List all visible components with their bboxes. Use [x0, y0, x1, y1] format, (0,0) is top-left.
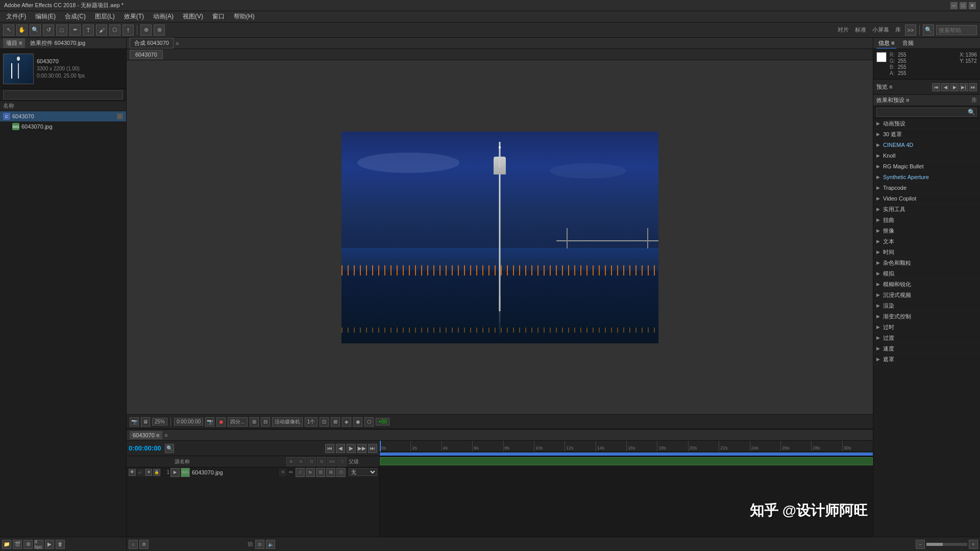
effect-group-header-21[interactable]: ▶速度	[873, 343, 980, 354]
loop-btn[interactable]: ⊙	[255, 540, 264, 549]
3d-button[interactable]: ⬡	[364, 417, 374, 427]
menu-item-v[interactable]: 视图(V)	[179, 11, 207, 22]
next-frame-button[interactable]: ▶▶	[357, 444, 366, 453]
play-button[interactable]: ▶	[347, 444, 356, 453]
view-count[interactable]: 1个	[305, 417, 318, 427]
tool-arrow[interactable]: ↖	[3, 24, 14, 36]
effect-group-header-0[interactable]: ▶动画预设	[873, 118, 980, 129]
effect-group-header-8[interactable]: ▶实用工具	[873, 204, 980, 214]
menu-item-t[interactable]: 效果(T)	[120, 11, 148, 22]
graph-button[interactable]: ◉	[353, 417, 362, 427]
adj-switch[interactable]: ⬡	[336, 468, 346, 477]
comp-snap-button[interactable]: 📷	[130, 417, 139, 427]
file-item-composition[interactable]: C 6043070 ◦	[0, 111, 126, 121]
tool-rotate[interactable]: ↺	[43, 24, 54, 36]
project-search-input[interactable]	[3, 90, 123, 99]
new-comp-button[interactable]: 🎬	[13, 540, 22, 549]
tool-brush[interactable]: 🖌	[96, 24, 107, 36]
color-picker-icon[interactable]: ◉	[216, 417, 226, 427]
effect-group-header-9[interactable]: ▶扭曲	[873, 215, 980, 225]
mute-btn[interactable]: 🔈	[266, 540, 275, 549]
zoom-in-btn[interactable]: +	[969, 540, 978, 549]
work-area-indicator[interactable]	[380, 453, 873, 456]
audio-toggle[interactable]: 🔊	[137, 469, 144, 476]
preview-next-btn[interactable]: ▶|	[960, 83, 968, 91]
minimize-button[interactable]: ─	[950, 2, 958, 9]
fx-switch[interactable]: fx	[306, 468, 315, 477]
motion-blur-button[interactable]: ◈	[342, 417, 351, 427]
color-depth[interactable]: 8 bpc	[34, 540, 43, 549]
grid-button[interactable]: ⊞	[250, 417, 259, 427]
preview-first-btn[interactable]: ⏮	[932, 83, 940, 91]
quality-dropdown[interactable]: 四分...	[228, 417, 247, 427]
go-start-button[interactable]: ⏮	[325, 444, 334, 453]
solo-toggle[interactable]: ☀	[145, 469, 152, 476]
file-item-image[interactable]: IMG 6043070.jpg	[0, 121, 126, 132]
effect-group-header-19[interactable]: ▶过时	[873, 322, 980, 332]
shy-btn[interactable]: ✱	[279, 469, 286, 476]
prev-frame-button[interactable]: ◀	[336, 444, 345, 453]
menu-item-f[interactable]: 文件(F)	[2, 11, 30, 22]
tool-zoom[interactable]: 🔍	[30, 24, 41, 36]
settings-btn[interactable]: ⚙	[139, 540, 149, 549]
comp-mini-tab[interactable]: 6043070	[130, 50, 163, 59]
effect-group-header-14[interactable]: ▶模拟	[873, 268, 980, 279]
menu-item-a[interactable]: 动画(A)	[149, 11, 178, 22]
3d-switch[interactable]: ⊟	[326, 468, 335, 477]
effect-group-header-10[interactable]: ▶抠像	[873, 226, 980, 236]
tool-pen[interactable]: ✒	[69, 24, 81, 36]
menu-item-[interactable]: 窗口	[208, 11, 229, 22]
preview-play-btn[interactable]: ▶	[950, 83, 959, 91]
draft-button[interactable]: ⊠	[331, 417, 340, 427]
track-bar-1[interactable]	[380, 457, 873, 465]
maximize-button[interactable]: □	[960, 2, 967, 9]
edit-btn[interactable]: ✏	[287, 469, 295, 476]
delete-button[interactable]: 🗑	[56, 540, 65, 549]
settings-button[interactable]: ⚙	[23, 540, 33, 549]
audio-tab[interactable]: 音频	[900, 38, 916, 48]
menu-item-c[interactable]: 合成(C)	[61, 11, 90, 22]
home-btn[interactable]: ⌂	[129, 540, 138, 549]
mb-switch[interactable]: ⊡	[316, 468, 325, 477]
tool-rect[interactable]: □	[56, 24, 67, 36]
effects-control-tab[interactable]: 效果控件 6043070.jpg	[27, 38, 88, 48]
menu-item-e[interactable]: 编辑(E)	[31, 11, 60, 22]
effect-group-header-11[interactable]: ▶文本	[873, 236, 980, 246]
visibility-toggle[interactable]: 👁	[129, 469, 136, 476]
zoom-slider[interactable]	[926, 543, 967, 546]
go-end-button[interactable]: ⏭	[368, 444, 377, 453]
effect-group-header-3[interactable]: ▶Knoll	[873, 151, 980, 161]
close-button[interactable]: ✕	[969, 2, 976, 9]
layer-row-1[interactable]: 👁 🔊 ☀ 🔒 1 ▶ IMG 6043070.jpg ✱ ✏ /	[127, 467, 379, 478]
zoom-out-btn[interactable]: −	[916, 540, 925, 549]
stereo-button[interactable]: ⊡	[320, 417, 329, 427]
effects-tab[interactable]: 效果和预设 ≡	[876, 96, 909, 104]
effect-group-header-18[interactable]: ▶渐变式控制	[873, 311, 980, 321]
overlay-button[interactable]: ⊟	[261, 417, 270, 427]
help-search[interactable]	[936, 25, 977, 35]
solo-button[interactable]: ◦	[117, 113, 123, 119]
effect-group-header-7[interactable]: ▶Video Copilot	[873, 193, 980, 204]
effect-group-header-1[interactable]: ▶30 遮罩	[873, 129, 980, 139]
preview-tab[interactable]: 预览 ≡	[876, 83, 892, 91]
timeline-tab[interactable]: 6043070 ≡	[130, 431, 162, 439]
lock-toggle[interactable]: 🔒	[153, 469, 160, 476]
tool-stamp[interactable]: ⬡	[109, 24, 120, 36]
more-button[interactable]: >>	[905, 24, 916, 36]
menu-item-l[interactable]: 图层(L)	[91, 11, 119, 22]
new-folder-button[interactable]: 📁	[2, 540, 11, 549]
comp-panel-tab[interactable]: 合成 6043070	[130, 38, 174, 48]
camera-dropdown[interactable]: 活动摄像机	[272, 417, 303, 427]
tool-puppet[interactable]: †	[122, 24, 134, 36]
effect-group-header-15[interactable]: ▶模糊和锐化	[873, 279, 980, 289]
render-button[interactable]: ▶	[45, 540, 54, 549]
effect-group-header-4[interactable]: ▶RG Magic Bullet	[873, 161, 980, 171]
effect-group-header-16[interactable]: ▶沉浸式视频	[873, 290, 980, 300]
layer-expand-btn[interactable]: ▶	[170, 468, 180, 477]
info-tab[interactable]: 信息 ≡	[876, 38, 896, 48]
tool-extra1[interactable]: ⊕	[140, 24, 152, 36]
effect-group-header-12[interactable]: ▶时间	[873, 247, 980, 257]
comp-view-button[interactable]: 🖥	[141, 417, 150, 427]
tool-hand[interactable]: ✋	[16, 24, 28, 36]
effect-group-header-6[interactable]: ▶Trapcode	[873, 183, 980, 193]
